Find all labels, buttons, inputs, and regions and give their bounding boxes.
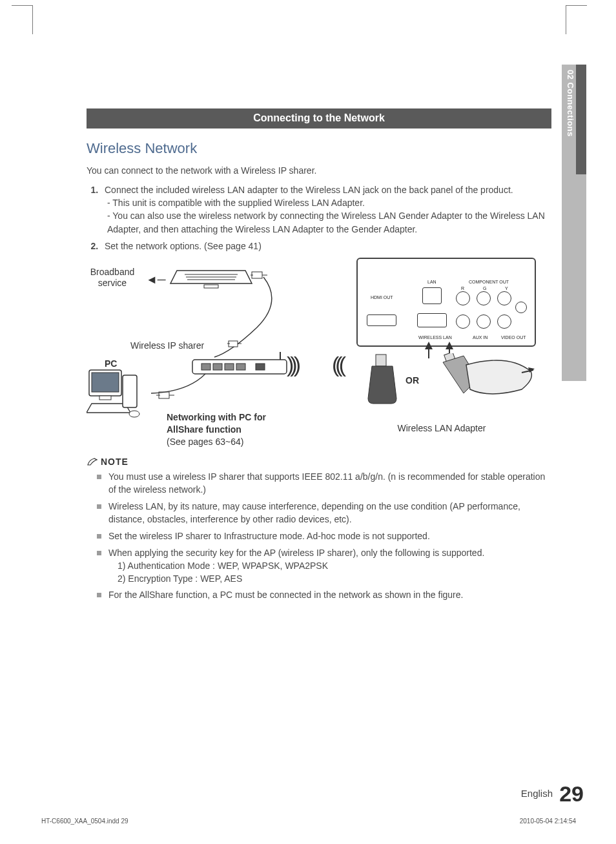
wireless-in-icon: ((( [332,352,342,377]
connection-diagram: Broadband service ◄─ Wireless IP sharer [87,256,551,454]
footer-language: English [521,788,553,799]
side-tab-label: 02 Connections [566,70,575,137]
svg-rect-2 [229,341,238,347]
side-tab-active [576,65,586,174]
label-broadband: Broadband service [80,267,145,289]
svg-rect-12 [99,396,111,400]
footer-file: HT-C6600_XAA_0504.indd 29 [41,818,128,825]
step-2: Set the network options. (See page 41) [101,240,551,252]
arrow-left-icon: ◄─ [146,273,166,287]
footer-page-number: 29 [559,781,584,807]
step-1-sub-1: - This unit is compatible with the suppl… [107,196,551,209]
step-2-text: Set the network options. (See page 41) [105,241,262,251]
note-2: Wireless LAN, by its nature, may cause i… [108,500,551,526]
notes-list: You must use a wireless IP sharer that s… [87,471,551,602]
note-header: NOTE [87,457,551,467]
cable-icon [212,276,289,360]
note-3: Set the wireless IP sharer to Infrastruc… [108,530,551,543]
steps-list: Connect the included wireless LAN adapte… [87,183,551,252]
note-4: When applying the security key for the A… [108,547,551,586]
svg-rect-13 [123,375,137,407]
label-or: OR [406,375,419,386]
svg-rect-5 [201,364,210,370]
networking-l3: (See pages 63~64) [167,437,243,447]
intro-text: You can connect to the network with a Wi… [87,165,551,177]
step-1-text: Connect the included wireless LAN adapte… [105,185,513,195]
footer-timestamp: 2010-05-04 2:14:54 [520,818,576,825]
note-1: You must use a wireless IP sharer that s… [108,471,551,497]
port-r: R [461,286,464,291]
port-y: Y [505,286,508,291]
pc-icon [87,366,149,419]
svg-rect-16 [376,355,386,366]
pen-icon [87,457,98,466]
svg-rect-11 [92,373,119,392]
label-ip-sharer: Wireless IP sharer [130,340,204,351]
wireless-out-icon: ))) [287,352,297,377]
svg-rect-6 [213,364,222,370]
note-4-sub-1: 1) Authentication Mode : WEP, WPAPSK, WP… [118,560,551,573]
port-wireless-label: WIRELESS LAN [418,335,452,340]
section-banner: Connecting to the Network [87,108,551,129]
note-4-text: When applying the security key for the A… [108,548,484,558]
svg-rect-9 [256,364,265,370]
port-hdmi-label: HDMI OUT [371,295,393,300]
networking-l2: AllShare function [167,424,241,435]
svg-rect-8 [236,364,245,370]
cable-icon-2 [149,373,207,398]
note-label: NOTE [101,457,128,467]
note-5: For the AllShare function, a PC must be … [108,589,551,602]
label-networking: Networking with PC for AllShare function… [167,411,309,448]
section-title: Wireless Network [87,140,551,157]
step-1: Connect the included wireless LAN adapte… [101,183,551,236]
usb-adapter-2-icon [438,353,535,405]
port-aux-label: AUX IN [473,335,488,340]
port-lan-label: LAN [427,280,436,284]
step-1-sub-2: - You can also use the wireless network … [107,209,551,236]
port-video-label: VIDEO OUT [501,335,526,340]
svg-point-14 [129,411,139,417]
label-adapter: Wireless LAN Adapter [384,423,500,433]
usb-adapter-1-icon [364,353,400,405]
back-panel: HDMI OUT LAN COMPONENT OUT R G Y WIRELES… [356,258,536,347]
arrow-up-icon-2 [446,342,453,349]
page-content: Connecting to the Network Wireless Netwo… [87,108,551,606]
port-component-label: COMPONENT OUT [469,280,509,284]
port-g: G [483,286,486,291]
networking-l1: Networking with PC for [167,412,266,422]
connector-icon-2 [227,339,241,352]
svg-rect-7 [225,364,234,370]
note-4-sub-2: 2) Encryption Type : WEP, AES [118,573,551,586]
arrow-up-icon-1 [425,342,433,349]
